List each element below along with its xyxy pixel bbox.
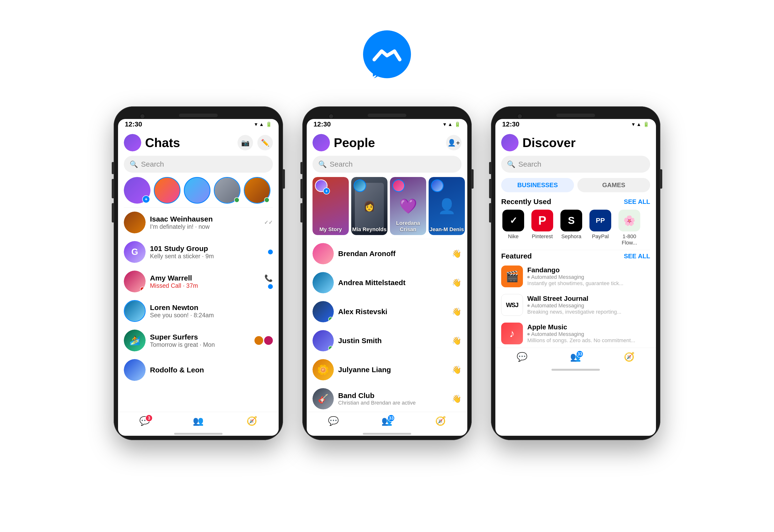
band-info: Band Club Christian and Brendan are acti…	[338, 392, 447, 406]
nav-discover-3[interactable]: 🧭	[624, 352, 635, 362]
people-item-andrea[interactable]: Andrea Mittelstaedt 👋	[307, 268, 467, 297]
app-nike-name: Nike	[508, 233, 519, 240]
chat-list: Isaac Weinhausen I'm definately in! · no…	[118, 208, 279, 412]
app-sephora[interactable]: S Sephora	[559, 210, 583, 246]
wave-icon-6[interactable]: 👋	[452, 394, 461, 403]
wave-icon-4[interactable]: 👋	[452, 336, 461, 345]
app-paypal[interactable]: PP PayPal	[588, 210, 612, 246]
people-search-bar[interactable]: 🔍 Search	[313, 156, 461, 173]
apple-music-info: Apple Music Automated Messaging Millions…	[527, 323, 650, 344]
tab-businesses[interactable]: BUSINESSES	[501, 178, 574, 192]
featured-wsj[interactable]: WSJ Wall Street Journal Automated Messag…	[495, 291, 656, 319]
chat-item-amy[interactable]: Amy Warrell Missed Call · 37m 📞	[118, 267, 279, 296]
add-story-item[interactable]: +	[124, 177, 150, 204]
wave-icon-3[interactable]: 👋	[452, 307, 461, 316]
wifi-icon-3: ▾	[632, 121, 634, 127]
recently-used-header: Recently Used SEE ALL	[495, 196, 656, 208]
avatar-alex	[313, 301, 334, 322]
camera-button[interactable]: 📷	[238, 135, 253, 150]
nav-discover[interactable]: 🧭	[246, 416, 257, 426]
chat-preview-surfers: Tomorrow is great · Mon	[150, 341, 250, 348]
jean-story-card[interactable]: 👤 Jean-M Denis	[429, 177, 465, 235]
avatar-band: 🎸	[313, 388, 334, 409]
featured-apple-music[interactable]: ♪ Apple Music Automated Messaging Millio…	[495, 319, 656, 348]
story-item-2[interactable]	[184, 177, 210, 204]
featured-see-all[interactable]: SEE ALL	[624, 252, 650, 260]
search-icon-2: 🔍	[318, 160, 327, 168]
chat-info-loren: Loren Newton See you soon! · 8:24am	[150, 303, 273, 319]
chat-nav-icon-3: 💬	[517, 352, 528, 362]
loredana-story-card[interactable]: 💜 Loredana Crisan	[390, 177, 426, 235]
chat-item-study[interactable]: G 101 Study Group Kelly sent a sticker ·…	[118, 237, 279, 267]
story-item-3[interactable]	[214, 177, 240, 204]
online-dot-justin	[328, 346, 333, 351]
my-story-card[interactable]: + My Story	[313, 177, 349, 235]
speaker-2	[368, 114, 406, 117]
chat-info-rodolfo: Rodolfo & Leon	[150, 366, 273, 374]
status-bar: 12:30 ▾ ▲ 🔋	[118, 119, 279, 130]
chat-avatar-surfers: 🏄	[124, 330, 146, 351]
wave-icon-2[interactable]: 👋	[452, 278, 461, 287]
nav-chat-3[interactable]: 💬	[517, 352, 528, 362]
wave-icon-5[interactable]: 👋	[452, 365, 461, 374]
nav-people-2[interactable]: 👥 33	[381, 416, 392, 426]
nav-chat-2[interactable]: 💬	[328, 416, 339, 426]
people-item-band[interactable]: 🎸 Band Club Christian and Brendan are ac…	[307, 384, 467, 412]
nav-discover-2[interactable]: 🧭	[435, 416, 446, 426]
app-pinterest-name: Pinterest	[532, 233, 553, 240]
chats-title: Chats	[145, 135, 238, 150]
chat-meta-surfers	[254, 336, 273, 345]
signal-icon-3: ▲	[636, 122, 641, 127]
chat-item-surfers[interactable]: 🏄 Super Surfers Tomorrow is great · Mon	[118, 326, 279, 355]
story-item-4[interactable]	[244, 177, 270, 204]
compose-button[interactable]: ✏️	[257, 135, 273, 150]
people-item-julyanne[interactable]: 🌼 Julyanne Liang 👋	[307, 355, 467, 384]
user-avatar-3[interactable]	[501, 134, 519, 151]
nav-chats[interactable]: 💬 3	[139, 416, 150, 426]
recently-used-title: Recently Used	[501, 198, 551, 206]
user-avatar[interactable]	[124, 134, 141, 151]
camera-dot-3	[517, 114, 522, 119]
people-header: People 👤+	[307, 130, 467, 154]
discover-header: Discover	[495, 130, 656, 154]
people-item-justin[interactable]: Justin Smith 👋	[307, 326, 467, 355]
wave-icon[interactable]: 👋	[452, 249, 461, 258]
chats-search-bar[interactable]: 🔍 Search	[124, 156, 273, 173]
name-brendan: Brendan Aronoff	[338, 250, 447, 258]
app-pinterest[interactable]: P Pinterest	[530, 210, 554, 246]
add-friend-button[interactable]: 👤+	[446, 135, 461, 150]
wsj-info: Wall Street Journal Automated Messaging …	[527, 295, 650, 315]
signal-icon-2: ▲	[448, 122, 453, 127]
fandango-subtitle: Automated Messaging	[527, 274, 650, 280]
story-item-1[interactable]	[154, 177, 180, 204]
user-avatar-2[interactable]	[313, 134, 330, 151]
recently-used-see-all[interactable]: SEE ALL	[624, 198, 650, 206]
phone-top	[118, 114, 279, 117]
discover-screen: 12:30 ▾ ▲ 🔋 Discover 🔍 Search	[495, 119, 656, 436]
tab-games[interactable]: GAMES	[577, 178, 650, 192]
chat-preview-amy: Missed Call · 37m	[150, 282, 260, 289]
app-flowers[interactable]: 🌸 1-800 Flow...	[617, 210, 641, 246]
phone2-top	[307, 114, 467, 117]
unread-badge	[268, 250, 273, 254]
app-nike[interactable]: ✓ Nike	[501, 210, 525, 246]
chat-item-isaac[interactable]: Isaac Weinhausen I'm definately in! · no…	[118, 208, 279, 237]
chat-item-rodolfo[interactable]: Rodolfo & Leon	[118, 355, 279, 385]
people-item-brendan[interactable]: Brendan Aronoff 👋	[307, 239, 467, 268]
mia-story-card[interactable]: 👩 Mia Reynolds	[351, 177, 387, 235]
people-item-alex[interactable]: Alex Ristevski 👋	[307, 297, 467, 326]
people-nav-icon: 👥	[193, 416, 204, 426]
chat-item-loren[interactable]: Loren Newton See you soon! · 8:24am	[118, 296, 279, 326]
wsj-name: Wall Street Journal	[527, 295, 650, 303]
my-story-label: My Story	[313, 226, 349, 233]
missed-indicator	[140, 287, 145, 292]
discover-search-bar[interactable]: 🔍 Search	[501, 156, 650, 173]
featured-fandango[interactable]: 🎬 Fandango Automated Messaging Instantly…	[495, 262, 656, 291]
nav-people[interactable]: 👥	[193, 416, 204, 426]
status-bar-2: 12:30 ▾ ▲ 🔋	[307, 119, 467, 130]
header-actions: 📷 ✏️	[238, 135, 273, 150]
chat-nav-badge: 3	[145, 414, 153, 422]
nav-people-3[interactable]: 👥 33	[570, 352, 581, 362]
stories-row: +	[118, 176, 279, 207]
chat-preview-loren: See you soon! · 8:24am	[150, 312, 273, 319]
